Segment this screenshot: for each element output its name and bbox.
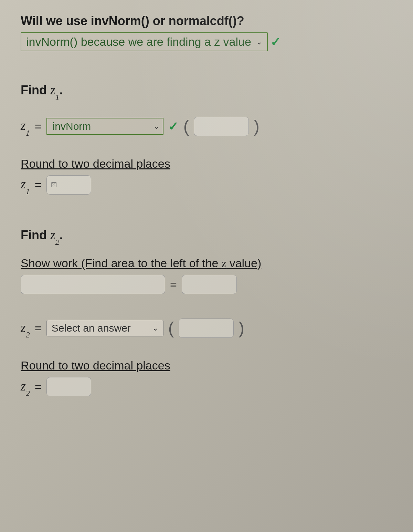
z1-rounded-input[interactable]: ⚄ <box>46 175 91 195</box>
open-paren: ( <box>168 318 174 338</box>
z2-rounded-input[interactable] <box>46 377 91 396</box>
function-select[interactable]: invNorm() because we are finding a z val… <box>21 32 268 51</box>
question-prompt: Will we use invNorm() or normalcdf()? <box>21 14 392 28</box>
equals-sign: = <box>35 120 42 133</box>
z2-showwork-label: Show work (Find area to the left of the … <box>21 257 392 270</box>
z2-function-placeholder: Select an answer <box>52 322 131 334</box>
chevron-down-icon: ⌄ <box>256 38 262 46</box>
equals-sign: = <box>170 278 177 291</box>
z1-round-label: Round to two decimal places <box>21 157 392 170</box>
z1-arg-input[interactable] <box>194 117 249 136</box>
equals-sign: = <box>35 322 42 335</box>
equals-sign: = <box>35 380 42 394</box>
z1-var: z1 <box>21 176 30 194</box>
open-paren: ( <box>183 116 189 136</box>
check-icon: ✓ <box>168 119 179 134</box>
z1-function-value: invNorm <box>53 121 91 132</box>
z2-work-result-input[interactable] <box>182 275 237 294</box>
z2-function-select[interactable]: Select an answer ⌄ <box>46 320 163 336</box>
chevron-down-icon: ⌄ <box>152 324 158 333</box>
z1-function-select[interactable]: invNorm ⌄ <box>46 118 163 135</box>
chevron-down-icon: ⌄ <box>153 122 159 131</box>
z2-arg-input[interactable] <box>179 319 234 338</box>
z2-var: z2 <box>21 320 30 337</box>
z2-work-input[interactable] <box>21 275 165 294</box>
z1-var: z1 <box>21 118 30 135</box>
z2-var: z2 <box>21 378 30 396</box>
check-icon: ✓ <box>271 35 281 49</box>
equals-sign: = <box>35 178 42 192</box>
function-select-value: invNorm() because we are finding a z val… <box>26 35 251 49</box>
close-paren: ) <box>254 116 260 136</box>
z2-heading: Find z2. <box>21 227 392 244</box>
z2-round-label: Round to two decimal places <box>21 359 392 372</box>
close-paren: ) <box>239 318 244 338</box>
z1-heading: Find z1. <box>21 82 392 99</box>
dice-icon: ⚄ <box>51 181 57 189</box>
